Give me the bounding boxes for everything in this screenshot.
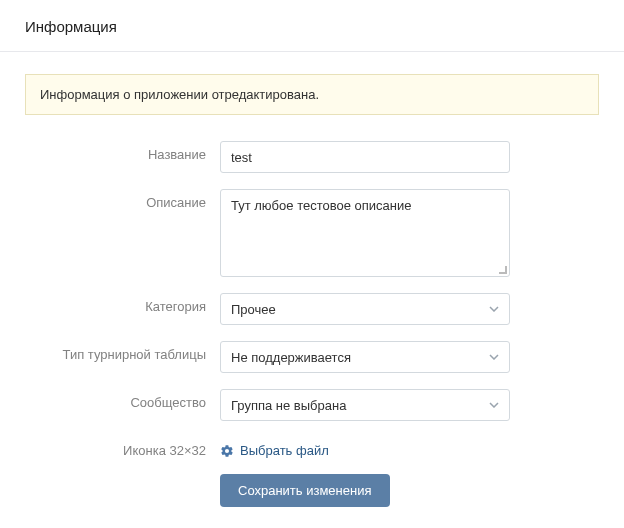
row-community: Сообщество Группа не выбрана [25,389,599,421]
description-text: Тут любое тестовое описание [231,198,411,213]
chevron-down-icon [489,354,499,360]
save-button[interactable]: Сохранить изменения [220,474,390,507]
category-select[interactable]: Прочее [220,293,510,325]
label-community: Сообщество [25,389,220,410]
label-description: Описание [25,189,220,210]
success-notice: Информация о приложении отредактирована. [25,74,599,115]
row-icon: Иконка 32×32 Выбрать файл [25,437,599,458]
category-value: Прочее [231,302,276,317]
chevron-down-icon [489,402,499,408]
row-name: Название [25,141,599,173]
row-tournament: Тип турнирной таблицы Не поддерживается [25,341,599,373]
description-textarea[interactable]: Тут любое тестовое описание [220,189,510,277]
gear-icon [220,444,234,458]
row-category: Категория Прочее [25,293,599,325]
name-input[interactable] [220,141,510,173]
chevron-down-icon [489,306,499,312]
label-icon: Иконка 32×32 [25,437,220,458]
resize-handle-icon[interactable] [497,264,507,274]
label-category: Категория [25,293,220,314]
choose-file-text: Выбрать файл [240,443,329,458]
tournament-select[interactable]: Не поддерживается [220,341,510,373]
row-description: Описание Тут любое тестовое описание [25,189,599,277]
page-title: Информация [0,0,624,52]
tournament-value: Не поддерживается [231,350,351,365]
form-content: Информация о приложении отредактирована.… [0,52,624,527]
community-select[interactable]: Группа не выбрана [220,389,510,421]
choose-file-link[interactable]: Выбрать файл [220,437,510,458]
label-name: Название [25,141,220,162]
community-value: Группа не выбрана [231,398,346,413]
label-tournament: Тип турнирной таблицы [25,341,220,362]
